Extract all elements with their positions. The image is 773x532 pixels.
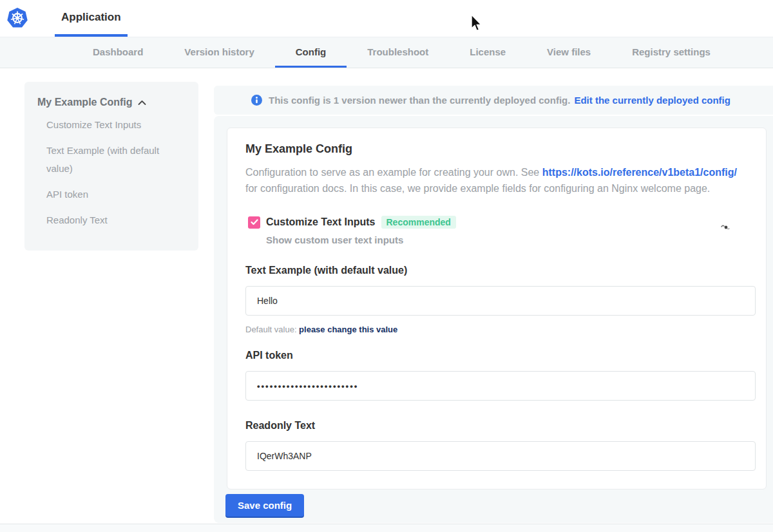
main-content: My Example Config Customize Text Inputs …: [0, 68, 773, 523]
banner-message: This config is 1 version newer than the …: [269, 95, 570, 106]
config-column: This config is 1 version newer than the …: [214, 68, 773, 523]
version-info-banner: This config is 1 version newer than the …: [214, 86, 773, 115]
sidebar-item-list: Customize Text Inputs Text Example (with…: [46, 116, 186, 229]
edit-deployed-config-link[interactable]: Edit the currently deployed config: [574, 95, 730, 106]
kubernetes-logo-icon: [6, 7, 28, 29]
customize-text-inputs-help: Show custom user text inputs: [266, 234, 748, 245]
default-value-prefix: Default value:: [245, 325, 299, 334]
tab-registry-settings[interactable]: Registry settings: [611, 37, 731, 68]
docs-link[interactable]: https://kots.io/reference/v1beta1/config…: [542, 167, 737, 178]
description-text-after: for configuration docs. In this case, we…: [245, 183, 710, 194]
api-token-label: API token: [245, 350, 748, 361]
text-example-helper: Default value: please change this value: [245, 325, 748, 334]
sidebar-item-text-example[interactable]: Text Example (with default value): [46, 142, 186, 178]
sidebar-group-label: My Example Config: [37, 97, 133, 108]
app-title-label: Application: [61, 11, 121, 24]
config-group-description: Configuration to serve as an example for…: [245, 164, 748, 196]
tab-license[interactable]: License: [449, 37, 526, 68]
customize-text-inputs-checkbox[interactable]: [248, 216, 260, 229]
sidebar-group-my-example-config[interactable]: My Example Config: [37, 97, 186, 108]
customize-text-inputs-row: Customize Text Inputs Recommended: [245, 216, 748, 229]
chevron-up-icon: [138, 97, 146, 108]
config-group-card: My Example Config Configuration to serve…: [227, 128, 767, 489]
text-example-label: Text Example (with default value): [245, 265, 748, 276]
tab-navigation: Dashboard Version history Config Trouble…: [0, 37, 773, 68]
customize-text-inputs-label[interactable]: Customize Text Inputs: [266, 216, 376, 228]
footer-strip: [0, 524, 773, 532]
tab-version-history[interactable]: Version history: [164, 37, 274, 68]
config-area: My Example Config Configuration to serve…: [214, 116, 773, 523]
text-example-input[interactable]: [245, 286, 756, 316]
sidebar-item-customize-text-inputs[interactable]: Customize Text Inputs: [46, 116, 186, 134]
readonly-text-input[interactable]: [245, 441, 756, 471]
save-config-button[interactable]: Save config: [225, 494, 304, 517]
config-group-title: My Example Config: [245, 142, 748, 156]
tab-dashboard[interactable]: Dashboard: [72, 37, 164, 68]
config-nav-panel: My Example Config Customize Text Inputs …: [24, 82, 198, 251]
checkmark-icon: [251, 219, 258, 225]
sidebar-item-readonly-text[interactable]: Readonly Text: [46, 211, 186, 229]
app-header: Application: [0, 0, 773, 37]
default-value-text: please change this value: [299, 325, 397, 334]
api-token-input[interactable]: [245, 371, 756, 401]
tab-troubleshoot[interactable]: Troubleshoot: [347, 37, 449, 68]
tab-view-files[interactable]: View files: [526, 37, 611, 68]
recommended-badge: Recommended: [381, 216, 456, 229]
info-icon: [251, 95, 262, 106]
sidebar-column: My Example Config Customize Text Inputs …: [0, 68, 214, 523]
sidebar-item-api-token[interactable]: API token: [46, 185, 186, 204]
tab-config[interactable]: Config: [275, 37, 347, 68]
readonly-text-label: Readonly Text: [245, 420, 748, 432]
description-text-before: Configuration to serve as an example for…: [245, 167, 542, 178]
app-title-tab[interactable]: Application: [55, 0, 128, 37]
